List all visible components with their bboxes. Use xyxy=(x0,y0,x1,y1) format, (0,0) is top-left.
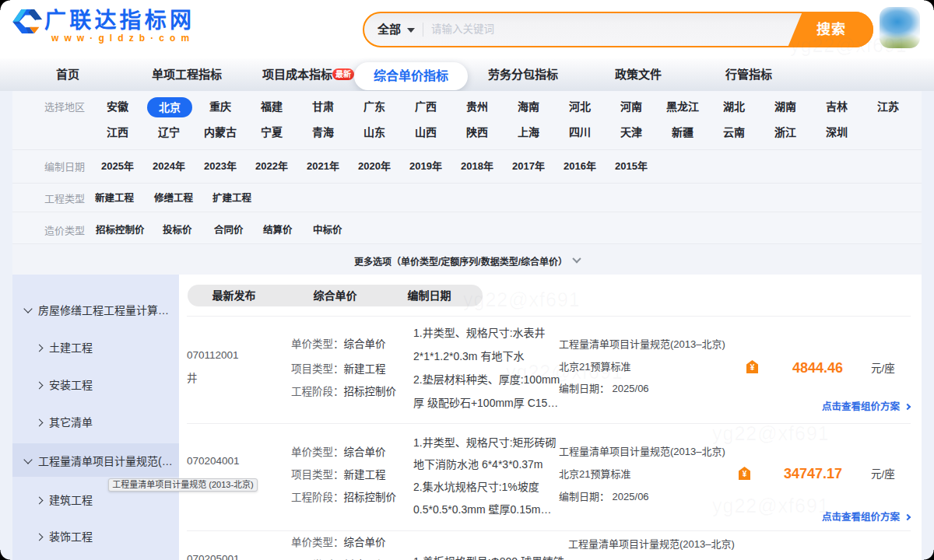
svg-text:¥: ¥ xyxy=(750,363,755,372)
svg-text:¥: ¥ xyxy=(743,470,747,478)
